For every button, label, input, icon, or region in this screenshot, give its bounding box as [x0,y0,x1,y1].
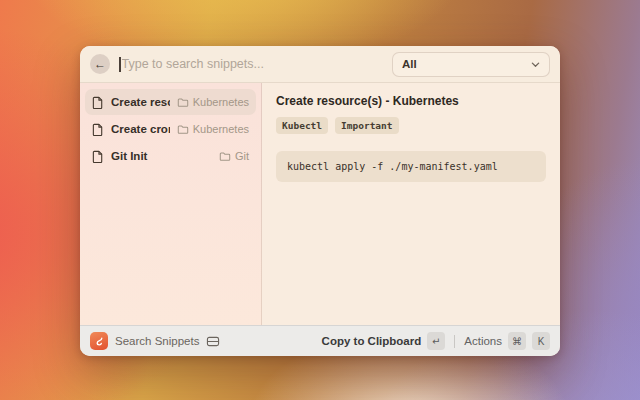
list-item-accessory: Kubernetes [177,96,249,108]
list-item-create-resources[interactable]: Create resource(s) Kubernetes [85,89,256,115]
snippet-title: Create resource(s) - Kubernetes [276,94,546,108]
list-item-folder-name: Kubernetes [193,123,249,135]
search-input[interactable] [122,57,384,71]
copy-to-clipboard-action[interactable]: Copy to Clipboard ↵ [322,332,446,350]
chevron-down-icon [531,60,540,69]
back-arrow-icon: ← [94,58,106,70]
folder-icon [219,151,231,162]
list-item-accessory: Git [219,150,249,162]
snippet-detail-panel: Create resource(s) - Kubernetes Kubectl … [262,83,560,325]
copy-to-clipboard-label: Copy to Clipboard [322,335,422,347]
list-item-git-init[interactable]: Git Init Git [85,143,256,169]
k-keycap: K [532,332,550,350]
command-name: Search Snippets [115,335,199,347]
command-keycap: ⌘ [508,332,526,350]
list-item-create-cronjob[interactable]: Create cronjob Kubernetes [85,116,256,142]
tag-chip: Kubectl [276,117,328,134]
list-item-folder-name: Kubernetes [193,96,249,108]
content-area: Create resource(s) Kubernetes Create cro… [80,83,560,325]
filter-dropdown[interactable]: All [392,52,550,77]
tag-chip: Important [335,117,398,134]
snippets-window: ← All Create resource(s) [80,46,560,356]
statusbar-divider [454,335,455,348]
text-caret [119,57,121,72]
document-icon [92,96,104,109]
back-button[interactable]: ← [90,54,110,74]
tag-list: Kubectl Important [276,117,546,134]
folder-icon [177,97,189,108]
search-field-wrap [119,57,383,72]
snippet-code-block: kubectl apply -f ./my-manifest.yaml [276,151,546,182]
return-keycap: ↵ [427,332,445,350]
document-icon [92,123,104,136]
filter-selected-value: All [402,58,417,70]
list-item-label: Create cronjob [111,123,170,135]
list-item-label: Git Init [111,150,212,162]
list-item-accessory: Kubernetes [177,123,249,135]
status-bar: Search Snippets Copy to Clipboard ↵ Acti… [80,325,560,356]
actions-label: Actions [464,335,502,347]
snippet-list: Create resource(s) Kubernetes Create cro… [80,83,262,325]
desktop: { "window": { "search": { "placeholder":… [0,0,640,400]
list-item-label: Create resource(s) [111,96,170,108]
search-bar: ← All [80,46,560,83]
list-item-folder-name: Git [235,150,249,162]
document-icon [92,150,104,163]
drive-icon [206,335,220,348]
folder-icon [177,124,189,135]
app-icon [90,332,108,350]
actions-menu-button[interactable]: Actions ⌘ K [464,332,550,350]
